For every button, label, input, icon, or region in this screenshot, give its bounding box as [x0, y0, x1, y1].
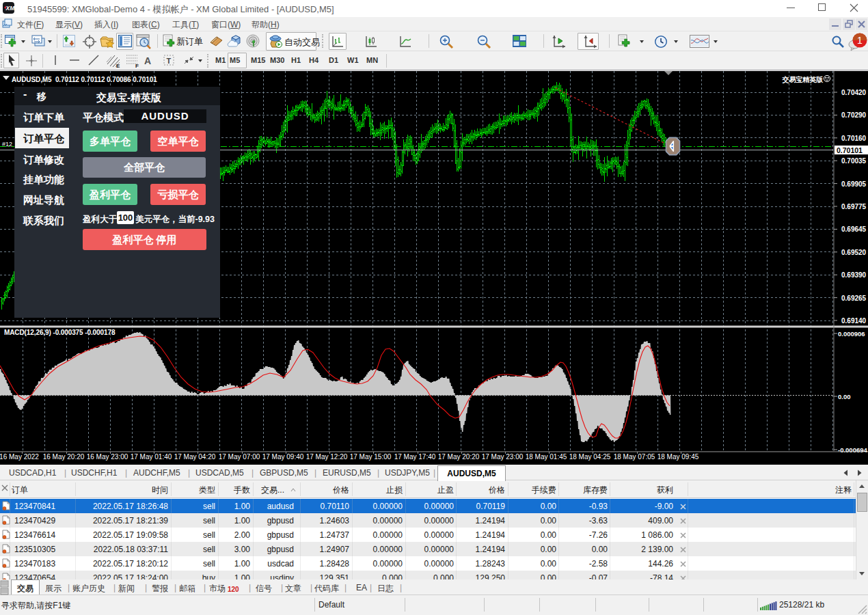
svg-text:MACD(12,26,9) -0.000375 -0.000: MACD(12,26,9) -0.000375 -0.000178 [4, 329, 116, 336]
svg-text:17 May 04:20: 17 May 04:20 [174, 453, 216, 461]
svg-text:F: F [135, 63, 139, 68]
svg-text:16 May 23:00: 16 May 23:00 [87, 453, 128, 461]
svg-text:0.70101: 0.70101 [837, 146, 863, 154]
svg-text:1: 1 [857, 35, 863, 46]
svg-text:0.69390: 0.69390 [841, 271, 867, 279]
svg-text:E: E [116, 63, 120, 68]
svg-text:0.00: 0.00 [838, 393, 851, 400]
svg-text:0.69520: 0.69520 [841, 249, 867, 256]
svg-text:0.70420: 0.70420 [841, 89, 867, 96]
svg-text:XM: XM [5, 5, 15, 12]
svg-text:-0.000694: -0.000694 [838, 446, 868, 454]
svg-text:0.69905: 0.69905 [841, 180, 867, 188]
svg-text:#12: #12 [2, 141, 12, 148]
svg-text:17 May 01:40: 17 May 01:40 [131, 453, 172, 461]
svg-text:0.69265: 0.69265 [841, 295, 867, 302]
svg-text:18 May 04:25: 18 May 04:25 [569, 453, 611, 461]
svg-text:17 May 23:00: 17 May 23:00 [482, 453, 524, 461]
svg-text:17 May 07:00: 17 May 07:00 [219, 453, 260, 461]
svg-text:0.70035: 0.70035 [841, 157, 867, 165]
svg-text:18 May 07:05: 18 May 07:05 [614, 453, 655, 461]
svg-text:18 May 09:45: 18 May 09:45 [657, 453, 699, 461]
svg-text:0.000906: 0.000906 [838, 330, 865, 338]
svg-text:17 May 20:20: 17 May 20:20 [438, 453, 480, 461]
svg-text:0.69775: 0.69775 [841, 203, 867, 210]
svg-text:0.69140: 0.69140 [841, 317, 867, 325]
svg-text:16 May 2022: 16 May 2022 [0, 453, 39, 461]
svg-text:17 May 17:40: 17 May 17:40 [394, 453, 436, 461]
svg-text:T: T [167, 57, 172, 65]
svg-text:交易宝精英版: 交易宝精英版 [782, 76, 824, 83]
svg-text:AUDUSD,M5 0.70112 0.70112 0.7: AUDUSD,M5 0.70112 0.70112 0.70086 0.7010… [12, 76, 157, 83]
svg-text:0.70290: 0.70290 [841, 111, 867, 119]
svg-text:17 May 09:40: 17 May 09:40 [262, 453, 304, 461]
svg-text:0.69645: 0.69645 [841, 226, 867, 233]
svg-text:0.70160: 0.70160 [841, 135, 867, 142]
svg-text:17 May 15:00: 17 May 15:00 [350, 453, 392, 461]
svg-text:18 May 01:45: 18 May 01:45 [526, 453, 567, 461]
svg-text:17 May 12:20: 17 May 12:20 [306, 453, 348, 461]
svg-text:16 May 20:20: 16 May 20:20 [43, 453, 85, 461]
